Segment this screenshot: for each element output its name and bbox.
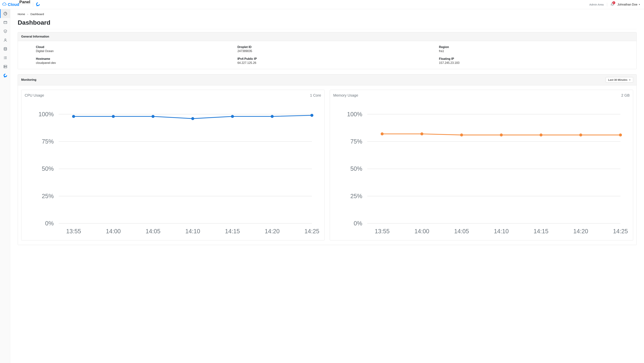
breadcrumb-home[interactable]: Home — [18, 12, 25, 16]
info-value: fra1 — [439, 49, 633, 53]
user-menu[interactable]: Johnathan Doe ▼ — [618, 3, 640, 6]
y-tick: 0% — [354, 220, 362, 227]
info-item: Cloud Digital Ocean — [36, 45, 230, 53]
y-tick: 25% — [350, 193, 362, 199]
x-tick: 14:10 — [185, 228, 200, 235]
cpu-chart: 100% 75% 50% 25% 0% 13:55 14:00 — [24, 99, 322, 238]
x-tick: 14:25 — [613, 228, 628, 235]
topbar-separator — [607, 3, 607, 6]
info-item: Region fra1 — [439, 45, 633, 53]
svg-rect-0 — [37, 5, 38, 6]
x-tick: 14:05 — [454, 228, 469, 235]
gauge-icon — [3, 11, 7, 16]
svg-point-32 — [500, 134, 503, 136]
x-tick: 14:10 — [494, 228, 509, 235]
x-tick: 14:15 — [534, 228, 548, 235]
main-content: Home › Dashboard Dashboard General Infor… — [10, 9, 644, 363]
general-info-title: General Information — [21, 35, 49, 38]
svg-point-22 — [271, 115, 274, 118]
info-value: cloudpanel-dev — [36, 61, 230, 64]
sidebar — [0, 9, 10, 363]
info-value: Digital Ocean — [36, 49, 230, 53]
sidebar-item-sites[interactable] — [0, 18, 10, 27]
sidebar-item-digitalocean[interactable] — [0, 71, 10, 80]
monitoring-panel: Monitoring Last 30 Minutes ▼ CPU Usage 1… — [18, 74, 637, 245]
x-tick: 14:15 — [225, 228, 240, 235]
cpu-chart-subtitle: 1 Core — [310, 93, 321, 97]
svg-point-33 — [540, 134, 542, 136]
digitalocean-icon — [3, 73, 7, 77]
digitalocean-logo-icon[interactable] — [36, 2, 40, 7]
x-tick: 14:25 — [304, 228, 320, 235]
info-value: 64.227.125.26 — [238, 61, 432, 64]
cloud-icon — [2, 2, 7, 7]
x-tick: 14:20 — [265, 228, 280, 235]
breadcrumb-current: Dashboard — [30, 12, 44, 16]
y-tick: 50% — [350, 165, 362, 172]
shield-icon — [3, 29, 7, 33]
list-check-icon — [3, 56, 7, 60]
info-item: IPv4 Public IP 64.227.125.26 — [238, 57, 432, 64]
brand-text-panel: Panel — [19, 0, 30, 4]
y-tick: 100% — [38, 111, 54, 118]
topbar: CloudPanel Admin Area 0 Johnathan Doe ▼ — [0, 0, 644, 9]
sidebar-item-services[interactable] — [0, 62, 10, 71]
brand-text-cloud: Cloud — [8, 2, 19, 7]
monitoring-header: Monitoring Last 30 Minutes ▼ — [18, 74, 636, 85]
page-title: Dashboard — [18, 19, 637, 29]
svg-rect-1 — [37, 6, 37, 6]
user-icon — [3, 38, 7, 42]
notifications-button[interactable]: 0 — [610, 2, 614, 7]
y-tick: 25% — [42, 193, 54, 199]
time-range-dropdown[interactable]: Last 30 Minutes ▼ — [606, 77, 633, 83]
info-value: 157.245.23.183 — [439, 61, 633, 64]
sidebar-item-dashboard[interactable] — [0, 9, 10, 18]
memory-chart-card: Memory Usage 2 GB 100% — [330, 90, 633, 241]
svg-point-31 — [460, 134, 463, 136]
x-tick: 14:00 — [414, 228, 429, 235]
sidebar-item-cron[interactable] — [0, 53, 10, 62]
svg-point-5 — [4, 47, 7, 48]
svg-point-30 — [420, 132, 423, 135]
x-tick: 13:55 — [375, 228, 390, 235]
brand-separator — [33, 2, 33, 7]
time-range-label: Last 30 Minutes — [608, 78, 628, 81]
svg-point-20 — [191, 117, 194, 120]
y-tick: 75% — [42, 138, 54, 145]
server-icon — [3, 64, 7, 69]
info-value: 247389035 — [238, 49, 432, 53]
brand[interactable]: CloudPanel — [2, 0, 30, 10]
x-tick: 14:05 — [146, 228, 160, 235]
svg-point-21 — [231, 115, 234, 118]
user-name: Johnathan Doe — [618, 3, 638, 6]
window-icon — [3, 20, 7, 24]
info-item: Floating IP 157.245.23.183 — [439, 57, 633, 64]
info-label: Hostname — [36, 57, 230, 60]
info-label: Cloud — [36, 45, 230, 49]
svg-rect-10 — [4, 76, 5, 77]
sidebar-item-databases[interactable] — [0, 44, 10, 53]
admin-area-link[interactable]: Admin Area — [589, 3, 604, 6]
info-label: Region — [439, 45, 633, 49]
y-tick: 50% — [42, 165, 54, 172]
chevron-right-icon: › — [27, 12, 28, 16]
info-label: IPv4 Public IP — [238, 57, 432, 60]
y-tick: 75% — [350, 138, 362, 145]
cpu-chart-card: CPU Usage 1 Core 100% — [21, 90, 324, 241]
cpu-chart-title: CPU Usage — [25, 93, 44, 97]
notification-badge: 0 — [612, 1, 615, 4]
x-tick: 14:20 — [573, 228, 588, 235]
svg-point-34 — [579, 134, 582, 136]
monitoring-title: Monitoring — [21, 78, 36, 81]
info-label: Floating IP — [439, 57, 633, 60]
sidebar-item-users[interactable] — [0, 36, 10, 44]
info-item: Droplet ID 247389035 — [238, 45, 432, 53]
svg-point-35 — [619, 134, 622, 136]
svg-point-17 — [72, 115, 75, 118]
sidebar-item-security[interactable] — [0, 27, 10, 36]
y-tick: 0% — [45, 220, 54, 227]
charts-row: CPU Usage 1 Core 100% — [21, 90, 633, 241]
svg-point-23 — [310, 114, 313, 117]
database-icon — [3, 47, 7, 51]
memory-chart-title: Memory Usage — [333, 93, 358, 97]
